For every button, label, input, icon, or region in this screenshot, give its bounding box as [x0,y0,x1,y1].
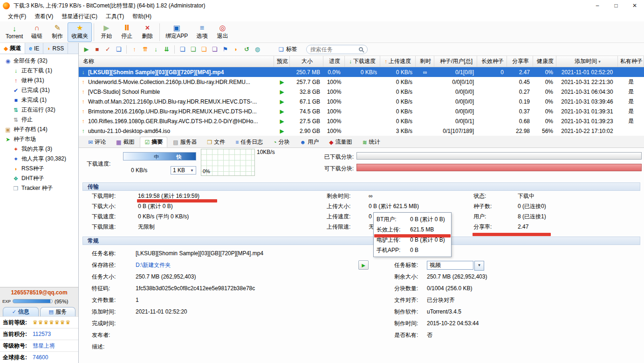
make-torrent-button[interactable]: ✎ 制作 [47,22,68,42]
delete-button[interactable]: × 删除 [137,22,158,42]
rss-icon[interactable]: ◗ [231,45,241,54]
[VCB-Studio] School Rumble[interactable]: ↑[VCB-Studio] School Rumble ▶ 32.8 GB 10… [79,87,644,97]
sidebar-tab[interactable]: ◆ 频道 [0,43,25,54]
torrent-button[interactable]: ↓ Torrent [2,22,27,42]
detail-tab[interactable]: ✉ 评论 [83,137,110,147]
detail-tab[interactable]: ◆ 流量图 [324,137,356,147]
options-button[interactable]: ≡ 选项 [192,22,212,42]
tree-item[interactable]: ▣ 种子存档 (14) [0,125,78,134]
preview-play-icon[interactable]: ▶ [274,118,290,125]
detail-tab[interactable]: ▤ 服务器 [168,137,201,147]
account-email[interactable]: 1265578519@qq.com [0,287,78,297]
menu-item[interactable]: 工具(T) [102,11,128,21]
file-up-icon[interactable]: ❏ [199,45,209,54]
tree-item[interactable]: ◗ RSS种子 [0,164,78,174]
tree-item[interactable]: ↑ 做种 (31) [0,76,78,85]
Underworld.5-Movie.Collection.2160p.UHD.Blu-ray.HDR.REMU...[interactable]: ↑Underworld.5-Movie.Collection.2160p.UHD… [79,77,644,87]
minimize-button[interactable]: – [588,0,607,11]
Brimstone.2016.2160p.UHD.Blu-ray.HDR.REMUX.HEVC.DTS-HD...[interactable]: ↑Brimstone.2016.2160p.UHD.Blu-ray.HDR.RE… [79,106,644,116]
tree-item[interactable]: ⇅ 正在运行 (32) [0,105,78,115]
Wrath.of.Man.2021.2160p.UHD.Blu-ray.HDR.REMUX.HEVC.DTS-...[interactable]: ↑Wrath.of.Man.2021.2160p.UHD.Blu-ray.HDR… [79,97,644,106]
exit-button[interactable]: ◎ 退出 [212,22,233,42]
graph-max-label: 10KB/s [257,149,275,155]
info-tab-button[interactable]: ✓信息 [3,307,39,316]
tree-item[interactable]: ◉ 全部任务 (32) [0,56,78,66]
detail-tab[interactable]: ◔ 分块 [268,137,294,147]
tree-item[interactable]: ✦ 他人共享 (30,382) [0,154,78,164]
file-down-icon[interactable]: ❏ [210,45,219,54]
tree-item[interactable]: ❖ DHT种子 [0,174,78,183]
menu-item[interactable]: 彗星通行证(C) [57,11,102,21]
column-header[interactable]: 长效种子 [477,56,507,67]
detail-row: 完成时间: [92,318,263,329]
tree-item[interactable]: ❒ Tracker 种子 [0,183,78,193]
tree-item[interactable]: ↓ 正在下载 (1) [0,66,78,76]
detail-tab[interactable]: ☑ 摘要 [140,137,167,147]
stop-button[interactable]: Ⅱ 停止 [116,22,137,42]
column-header[interactable]: ↑ 上传速度 [380,56,416,67]
favorites-button[interactable]: ★ 收藏夹 [68,22,92,42]
detail-tab[interactable]: ▦ 截图 [111,137,139,147]
close-button[interactable]: ✕ [625,0,644,11]
column-header[interactable]: 健康度 [533,56,556,67]
bind-app-button[interactable]: ▣ 绑定APP [162,22,192,42]
column-header[interactable]: 进度 [323,56,345,67]
move-up-icon[interactable]: ↑ [130,45,139,54]
start-button[interactable]: ▶ 开始 [96,22,116,42]
sidebar-tab[interactable]: e IE [25,43,43,54]
menu-item[interactable]: 文件(F) [4,11,30,21]
speed-limit-slider[interactable]: 中 快 [123,152,196,161]
speed-limit-dropdown[interactable]: 1 KB ▼ [171,166,196,175]
column-header[interactable]: 大小 [290,56,323,67]
100.Rifles.1969.1080p.GER.BluRay.AVC.DTS-HD.2.0-DiY@HDHo...[interactable]: ↑100.Rifles.1969.1080p.GER.BluRay.AVC.DT… [79,116,644,126]
flag-icon[interactable]: ⚑ [220,45,230,54]
graph-min-label: 0% [203,168,210,174]
tree-item[interactable]: ✦ 我的共享 (3) [0,144,78,154]
preview-play-icon[interactable]: ▶ [274,108,290,115]
detail-tab[interactable]: ≡ 任务日志 [231,137,267,147]
task-table-header: 名称 预览 大小 进度 ↓ 下载速度 ↑ 上传速度 剩时 种子/用户[总] 长效… [79,56,644,67]
[LKSUB][Shomin Sample][03][GB][720P][MP4].mp4[interactable]: ↓[LKSUB][Shomin Sample][03][GB][720P][MP… [79,67,644,77]
stop-task-icon[interactable]: ■ [92,45,102,54]
move-down-icon[interactable]: ↓ [151,45,161,54]
search-input[interactable] [310,46,357,53]
detail-tab[interactable]: ≋ 统计 [357,137,384,147]
column-header[interactable]: 剩时 [416,56,434,67]
refresh-icon[interactable]: ↺ [242,45,252,54]
tree-item[interactable]: ⇅ 停止 [0,115,78,125]
globe-icon[interactable]: ◍ [253,45,262,54]
column-header[interactable]: 分享率 [507,56,533,67]
preview-play-icon[interactable]: ▶ [274,98,290,105]
recheck-icon[interactable]: ✓ [103,45,113,54]
column-header[interactable]: 私有种子 [618,56,644,67]
tree-item[interactable]: ➤ 种子市场 [0,134,78,144]
maximize-button[interactable]: □ [607,0,625,11]
menu-item[interactable]: 查看(V) [30,11,57,21]
sidebar-tab[interactable]: ◗ RSS [43,43,68,54]
file-new-icon[interactable]: ❏ [178,45,187,54]
move-top-icon[interactable]: ⇈ [140,45,150,54]
detail-tab[interactable]: ☻ 用户 [295,137,324,147]
preview-play-icon[interactable]: ▶ [274,89,290,95]
column-header[interactable]: ↓ 下载速度 [345,56,380,67]
menu-item[interactable]: 帮助(H) [128,11,156,21]
preview-play-icon[interactable]: ▶ [274,128,290,134]
magnet-button[interactable]: ∩ 磁链 [27,22,47,42]
column-header[interactable]: 添加时间 [556,56,618,67]
file-check-icon[interactable]: ❏ [188,45,198,54]
column-header[interactable]: 名称 [79,56,274,67]
column-header[interactable]: 种子/用户[总] [434,56,477,67]
open-folder-preview-button[interactable]: ▶ [358,260,369,270]
detail-tab[interactable]: ❒ 文件 [203,137,230,147]
tree-item[interactable]: ■ 未完成 (1) [0,95,78,105]
preview-play-icon[interactable]: ▶ [274,79,290,85]
preview-file-icon[interactable]: ❏ [114,45,123,54]
column-header[interactable]: 预览 [274,56,290,67]
tree-item[interactable]: ✔ 已完成 (31) [0,85,78,95]
ubuntu-21.10-desktop-amd64.iso[interactable]: ↑ubuntu-21.10-desktop-amd64.iso ▶ 2.90 G… [79,126,644,136]
tag-filter-button[interactable]: ❏ 标签 [275,45,301,53]
move-bottom-icon[interactable]: ⇊ [162,45,171,54]
start-task-icon[interactable]: ▶ [82,45,91,54]
service-tab-button[interactable]: ▤服务 [40,307,76,316]
detail-row: 文件对齐:已分块对齐 [394,294,487,306]
